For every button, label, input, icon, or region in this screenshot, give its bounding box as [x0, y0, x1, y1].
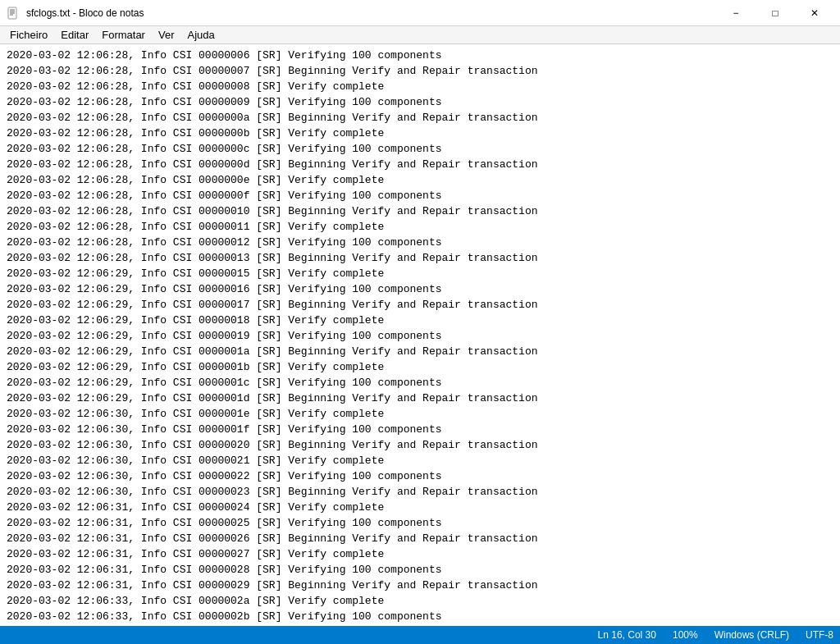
log-line: 2020-03-02 12:06:31, Info CSI 00000024 […: [7, 500, 833, 515]
editor-area: 2020-03-02 12:06:28, Info CSI 00000006 […: [0, 44, 840, 626]
log-line: 2020-03-02 12:06:28, Info CSI 00000011 […: [7, 219, 833, 235]
log-line: 2020-03-02 12:06:28, Info CSI 0000000c […: [7, 141, 833, 157]
line-ending: Windows (CRLF): [714, 629, 789, 641]
title-bar: sfclogs.txt - Bloco de notas − □ ✕: [0, 0, 840, 26]
log-line: 2020-03-02 12:06:28, Info CSI 0000000d […: [7, 157, 833, 172]
log-line: 2020-03-02 12:06:28, Info CSI 0000000b […: [7, 126, 833, 141]
log-line: 2020-03-02 12:06:31, Info CSI 00000025 […: [7, 515, 833, 531]
log-line: 2020-03-02 12:06:29, Info CSI 00000016 […: [7, 281, 833, 297]
menu-ajuda[interactable]: Ajuda: [180, 27, 221, 43]
log-line: 2020-03-02 12:06:29, Info CSI 0000001d […: [7, 391, 833, 406]
zoom-level: 100%: [673, 629, 698, 641]
log-line: 2020-03-02 12:06:31, Info CSI 00000026 […: [7, 531, 833, 546]
encoding: UTF-8: [806, 629, 833, 641]
maximize-button[interactable]: □: [756, 0, 794, 26]
log-line: 2020-03-02 12:06:29, Info CSI 0000001a […: [7, 344, 833, 359]
log-line: 2020-03-02 12:06:29, Info CSI 0000001b […: [7, 359, 833, 375]
log-line: 2020-03-02 12:06:30, Info CSI 00000022 […: [7, 468, 833, 484]
menu-ver[interactable]: Ver: [152, 27, 181, 43]
log-line: 2020-03-02 12:06:29, Info CSI 00000019 […: [7, 328, 833, 344]
log-line: 2020-03-02 12:06:28, Info CSI 0000000a […: [7, 110, 833, 126]
log-line: 2020-03-02 12:06:28, Info CSI 00000006 […: [7, 48, 833, 63]
log-line: 2020-03-02 12:06:29, Info CSI 00000017 […: [7, 297, 833, 313]
title-bar-controls: − □ ✕: [717, 0, 833, 26]
log-line: 2020-03-02 12:06:31, Info CSI 00000029 […: [7, 578, 833, 593]
cursor-position: Ln 16, Col 30: [598, 629, 656, 641]
log-line: 2020-03-02 12:06:29, Info CSI 00000015 […: [7, 266, 833, 281]
log-line: 2020-03-02 12:06:33, Info CSI 0000002b […: [7, 609, 833, 624]
log-line: 2020-03-02 12:06:29, Info CSI 00000018 […: [7, 313, 833, 328]
menu-ficheiro[interactable]: Ficheiro: [3, 27, 54, 43]
notepad-icon: [7, 7, 20, 20]
status-bar: Ln 16, Col 30 100% Windows (CRLF) UTF-8: [0, 626, 840, 644]
log-line: 2020-03-02 12:06:28, Info CSI 0000000f […: [7, 188, 833, 203]
window-title: sfclogs.txt - Bloco de notas: [26, 7, 144, 19]
menu-formatar[interactable]: Formatar: [95, 27, 152, 43]
minimize-button[interactable]: −: [717, 0, 755, 26]
log-line: 2020-03-02 12:06:30, Info CSI 00000023 […: [7, 484, 833, 500]
log-line: 2020-03-02 12:06:28, Info CSI 0000000e […: [7, 172, 833, 188]
log-line: 2020-03-02 12:06:28, Info CSI 00000012 […: [7, 235, 833, 250]
log-line: 2020-03-02 12:06:28, Info CSI 00000007 […: [7, 63, 833, 79]
text-content[interactable]: 2020-03-02 12:06:28, Info CSI 00000006 […: [0, 44, 840, 626]
title-bar-left: sfclogs.txt - Bloco de notas: [7, 7, 144, 20]
log-line: 2020-03-02 12:06:30, Info CSI 0000001e […: [7, 406, 833, 422]
log-line: 2020-03-02 12:06:31, Info CSI 00000028 […: [7, 562, 833, 578]
log-line: 2020-03-02 12:06:33, Info CSI 0000002a […: [7, 593, 833, 609]
log-line: 2020-03-02 12:06:28, Info CSI 00000013 […: [7, 250, 833, 266]
log-line: 2020-03-02 12:06:28, Info CSI 00000010 […: [7, 203, 833, 219]
menu-editar[interactable]: Editar: [54, 27, 95, 43]
log-line: 2020-03-02 12:06:31, Info CSI 00000027 […: [7, 546, 833, 562]
menu-bar: Ficheiro Editar Formatar Ver Ajuda: [0, 26, 840, 44]
log-line: 2020-03-02 12:06:30, Info CSI 0000001f […: [7, 422, 833, 437]
log-line: 2020-03-02 12:06:30, Info CSI 00000021 […: [7, 453, 833, 468]
log-line: 2020-03-02 12:06:28, Info CSI 00000009 […: [7, 94, 833, 110]
log-line: 2020-03-02 12:06:28, Info CSI 00000008 […: [7, 79, 833, 94]
log-line: 2020-03-02 12:06:29, Info CSI 0000001c […: [7, 375, 833, 391]
close-button[interactable]: ✕: [796, 0, 833, 26]
log-line: 2020-03-02 12:06:30, Info CSI 00000020 […: [7, 437, 833, 453]
